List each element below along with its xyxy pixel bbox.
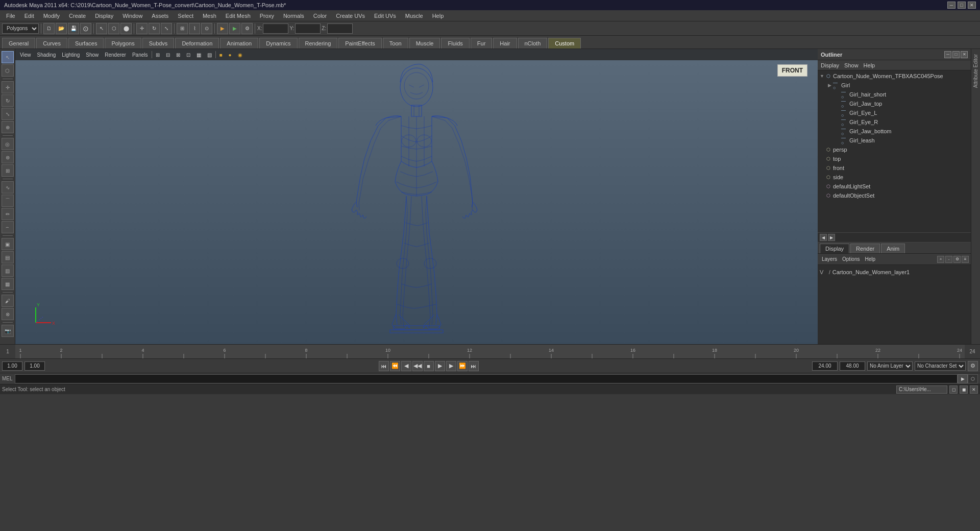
scale-tool-btn[interactable]: ⤡ — [2, 108, 14, 120]
pencil-btn[interactable]: ✏ — [2, 208, 14, 220]
timeline-ruler[interactable]: 124681012141618202224 — [15, 345, 965, 358]
tab-dynamics[interactable]: Dynamics — [259, 38, 297, 49]
move-tool-btn[interactable]: ✛ — [2, 81, 14, 93]
close-button[interactable]: ✕ — [968, 2, 976, 9]
outliner-item-side[interactable]: ⬡ side — [818, 173, 971, 182]
menu-edit-mesh[interactable]: Edit Mesh — [222, 12, 255, 20]
vp-icon3[interactable]: ⊠ — [174, 51, 183, 59]
z-input[interactable] — [327, 23, 353, 34]
layer-btn2[interactable]: - — [945, 256, 952, 263]
snap-point-btn[interactable]: ⊙ — [201, 23, 212, 34]
next-key-btn[interactable]: ▶ — [446, 361, 456, 371]
select-btn[interactable]: ↖ — [96, 23, 107, 34]
outliner-item-root[interactable]: ▼ ⬡ Cartoon_Nude_Women_TFBXASC045Pose — [818, 71, 971, 81]
move-btn[interactable]: ✛ — [136, 23, 148, 34]
tab-custom[interactable]: Custom — [548, 38, 581, 49]
menu-display[interactable]: Display — [91, 12, 117, 20]
attr-editor-label[interactable]: Attribute Editor — [971, 51, 980, 91]
vp-icon4[interactable]: ⊡ — [184, 51, 193, 59]
stop-btn[interactable]: ■ — [424, 361, 434, 371]
help-label[interactable]: Help — [863, 256, 877, 262]
render-btn[interactable]: ▶ — [217, 23, 228, 34]
tab-muscle[interactable]: Muscle — [409, 38, 440, 49]
show-manip-btn[interactable]: ⊞ — [2, 164, 14, 177]
mode-dropdown[interactable]: Polygons — [2, 23, 39, 34]
y-input[interactable] — [295, 23, 321, 34]
split-poly-btn[interactable]: ▥ — [2, 264, 14, 277]
outliner-item-jaw-bottom[interactable]: —○ Girl_Jaw_bottom — [818, 127, 971, 136]
outliner-content[interactable]: ▼ ⬡ Cartoon_Nude_Women_TFBXASC045Pose ▶ … — [818, 70, 971, 232]
lasso-tool-btn[interactable]: ⬡ — [2, 64, 14, 77]
vp-shading-menu[interactable]: Shading — [35, 51, 59, 59]
tab-hair[interactable]: Hair — [493, 38, 517, 49]
tab-curves[interactable]: Curves — [36, 38, 67, 49]
soft-mod-btn[interactable]: ◎ — [2, 138, 14, 150]
menu-create-uvs[interactable]: Create UVs — [332, 12, 369, 20]
rotate-tool-btn[interactable]: ↻ — [2, 94, 14, 107]
tab-toon[interactable]: Toon — [383, 38, 408, 49]
vp-wireframe-btn[interactable]: ■ — [217, 51, 225, 59]
render-settings-btn[interactable]: ⚙ — [241, 23, 253, 34]
curve-tool-btn[interactable]: ∿ — [2, 181, 14, 194]
outliner-item-hair[interactable]: —○ Girl_hair_short — [818, 90, 971, 99]
menu-mesh[interactable]: Mesh — [199, 12, 220, 20]
character-set-select[interactable]: No Character Set — [915, 361, 966, 371]
menu-edit-uvs[interactable]: Edit UVs — [370, 12, 400, 20]
vp-icon1[interactable]: ⊞ — [153, 51, 162, 59]
paint-btn[interactable]: ⬤ — [120, 23, 132, 34]
menu-edit[interactable]: Edit — [20, 12, 38, 20]
prev-key-btn[interactable]: ◀ — [401, 361, 411, 371]
layer-btn3[interactable]: ⚙ — [953, 256, 961, 263]
menu-window[interactable]: Window — [118, 12, 146, 20]
lasso-btn[interactable]: ⬡ — [108, 23, 119, 34]
outliner-item-eye-r[interactable]: —○ Girl_Eye_R — [818, 117, 971, 127]
start-frame-input[interactable] — [2, 361, 22, 371]
scroll-left-btn[interactable]: ◀ — [820, 234, 827, 241]
outliner-min-btn[interactable]: ─ — [944, 51, 951, 58]
extrude-btn[interactable]: ▦ — [2, 278, 14, 290]
menu-assets[interactable]: Assets — [148, 12, 173, 20]
menu-proxy[interactable]: Proxy — [256, 12, 278, 20]
script-editor-btn[interactable]: ⬡ — [968, 374, 978, 383]
outliner-menu-help[interactable]: Help — [864, 62, 875, 68]
vp-shaded-btn[interactable]: ● — [226, 51, 234, 59]
path-btn2[interactable]: ◼ — [960, 385, 968, 394]
vp-icon6[interactable]: ▧ — [205, 51, 214, 59]
outliner-item-girl[interactable]: ▶ —○ Girl — [818, 81, 971, 90]
tab-general[interactable]: General — [2, 38, 35, 49]
save-btn[interactable]: 💾 — [68, 23, 79, 34]
sculpt-btn[interactable]: ⊛ — [2, 151, 14, 163]
layer-tab-render[interactable]: Render — [850, 244, 880, 253]
vp-icon2[interactable]: ⊟ — [163, 51, 173, 59]
menu-modify[interactable]: Modify — [39, 12, 64, 20]
tab-surfaces[interactable]: Surfaces — [68, 38, 104, 49]
path-btn1[interactable]: ◻ — [949, 385, 958, 394]
tab-painteffects[interactable]: PaintEffects — [338, 38, 382, 49]
minimize-button[interactable]: ─ — [947, 2, 955, 9]
outliner-max-btn[interactable]: □ — [952, 51, 960, 58]
timeline-area[interactable]: 1 124681012141618202224 24 — [0, 344, 980, 358]
menu-create[interactable]: Create — [65, 12, 90, 20]
new-scene-btn[interactable]: 🗋 — [43, 23, 55, 34]
vp-renderer-menu[interactable]: Renderer — [102, 51, 129, 59]
layer-btn4[interactable]: ≡ — [962, 256, 969, 263]
menu-muscle[interactable]: Muscle — [401, 12, 427, 20]
vp-textured-btn[interactable]: ◉ — [235, 51, 245, 59]
end-frame2-input[interactable] — [840, 361, 865, 371]
tab-subdvs[interactable]: Subdvs — [142, 38, 175, 49]
vp-lighting-menu[interactable]: Lighting — [59, 51, 82, 59]
select-tool-btn[interactable]: ↖ — [2, 51, 14, 63]
maximize-button[interactable]: □ — [958, 2, 966, 9]
ep-curve-btn[interactable]: ⌒ — [2, 195, 14, 207]
outliner-item-persp[interactable]: ⬡ persp — [818, 145, 971, 154]
layer-visible[interactable]: V — [820, 269, 827, 275]
layer-row[interactable]: V / Cartoon_Nude_Women_layer1 — [820, 267, 969, 277]
sculpt-poly-btn[interactable]: ⊗ — [2, 308, 14, 320]
undo-btn[interactable]: ⊙ — [80, 23, 91, 34]
tab-rendering[interactable]: Rendering — [299, 38, 338, 49]
outliner-menu-show[interactable]: Show — [844, 62, 859, 68]
vp-panels-menu[interactable]: Panels — [130, 51, 151, 59]
menu-select[interactable]: Select — [174, 12, 198, 20]
tab-ncloth[interactable]: nCloth — [518, 38, 548, 49]
outliner-item-eye-l[interactable]: —○ Girl_Eye_L — [818, 108, 971, 117]
